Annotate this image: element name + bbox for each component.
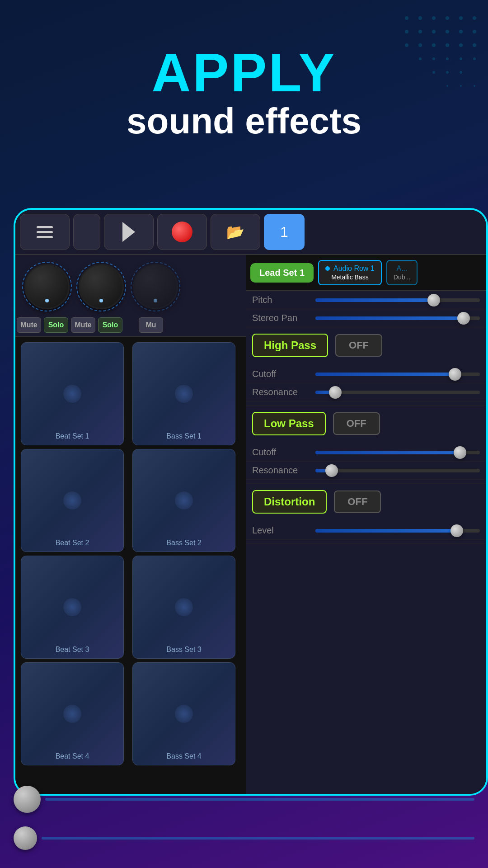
record-button[interactable] (157, 214, 207, 250)
high-pass-resonance-slider[interactable] (315, 391, 480, 394)
svg-point-6 (405, 30, 408, 33)
high-pass-button[interactable]: High Pass (252, 334, 328, 357)
stereo-pan-label: Stereo Pan (252, 313, 311, 323)
distortion-controls: Level (246, 520, 486, 543)
track-selector: Lead Set 1 Audio Row 1 Metallic Bass A..… (246, 255, 486, 291)
pad-bass-set-3[interactable]: Bass Set 3 (132, 556, 235, 659)
play-button[interactable] (104, 214, 154, 250)
folder-button[interactable]: 📂 (211, 214, 260, 250)
track-col-2: Mute Solo (70, 314, 124, 336)
high-pass-cutoff-thumb[interactable] (449, 368, 461, 381)
bottom-sliders (0, 786, 488, 850)
folder-icon: 📂 (226, 223, 244, 241)
svg-point-0 (405, 16, 408, 20)
knob-1-dot (45, 299, 49, 302)
knobs-row (15, 255, 246, 314)
pitch-slider[interactable] (315, 298, 480, 302)
pad-beat-set-1[interactable]: Beat Set 1 (21, 342, 124, 445)
high-pass-section: High Pass OFF Cutoff Resonance (246, 327, 486, 406)
low-pass-cutoff-thumb[interactable] (454, 446, 466, 459)
low-pass-cutoff-slider[interactable] (315, 451, 480, 454)
pad-beat-set-3[interactable]: Beat Set 3 (21, 556, 124, 659)
audio-row-1-sub: Metallic Bass (331, 274, 368, 281)
audio-row-dot (325, 266, 330, 271)
distortion-toggle[interactable]: OFF (334, 491, 381, 513)
stereo-pan-slider[interactable] (315, 316, 480, 320)
home-button[interactable]: 1 (264, 214, 305, 250)
title-apply: APPLY (9, 45, 479, 99)
svg-point-8 (432, 30, 436, 33)
high-pass-resonance-label: Resonance (252, 387, 311, 397)
stereo-pan-thumb[interactable] (457, 312, 470, 325)
low-pass-button[interactable]: Low Pass (252, 412, 326, 435)
high-pass-resonance-thumb[interactable] (329, 386, 342, 399)
pad-beat-set-4[interactable]: Beat Set 4 (21, 662, 124, 765)
distortion-section: Distortion OFF Level (246, 484, 486, 544)
bottom-slider-row-2 (14, 826, 474, 850)
low-pass-resonance-row: Resonance (246, 462, 486, 480)
low-pass-toggle[interactable]: OFF (333, 412, 380, 435)
mute-button-1[interactable]: Mute (17, 317, 41, 333)
pad-bass-set-4[interactable]: Bass Set 4 (132, 662, 235, 765)
effects-panel: Lead Set 1 Audio Row 1 Metallic Bass A..… (246, 255, 486, 794)
pitch-thumb[interactable] (427, 294, 440, 307)
distortion-level-label: Level (252, 525, 311, 536)
distortion-header: Distortion OFF (246, 484, 486, 520)
bottom-slider-row-1 (14, 786, 474, 813)
audio-row-1-button[interactable]: Audio Row 1 Metallic Bass (318, 260, 382, 285)
knob-2-container (79, 264, 124, 314)
bottom-slider-1-thumb[interactable] (14, 786, 41, 813)
knob-1-container (24, 264, 70, 314)
high-pass-cutoff-row: Cutoff (246, 365, 486, 383)
mute-button-3[interactable]: Mu (139, 317, 163, 333)
pad-bass-set-2-label: Bass Set 2 (166, 539, 201, 547)
audio-row-2-label: A... (396, 264, 407, 273)
pad-beat-set-4-label: Beat Set 4 (56, 752, 89, 760)
bottom-slider-2-track[interactable] (42, 837, 474, 840)
low-pass-resonance-slider[interactable] (315, 469, 480, 472)
low-pass-resonance-thumb[interactable] (325, 464, 338, 477)
solo-button-2[interactable]: Solo (98, 317, 122, 333)
unknown-button[interactable] (73, 214, 100, 250)
distortion-level-slider[interactable] (315, 529, 480, 533)
svg-point-5 (473, 16, 476, 20)
solo-button-1[interactable]: Solo (44, 317, 68, 333)
high-pass-cutoff-slider[interactable] (315, 373, 480, 376)
knob-2-dot (99, 299, 103, 302)
svg-point-9 (446, 30, 449, 33)
hamburger-icon (37, 226, 53, 238)
main-content: Mute Solo Mute Solo Mu (15, 255, 486, 794)
high-pass-toggle[interactable]: OFF (335, 334, 382, 357)
pad-beat-set-2[interactable]: Beat Set 2 (21, 449, 124, 552)
pad-beat-set-3-label: Beat Set 3 (56, 646, 89, 654)
distortion-level-thumb[interactable] (450, 524, 463, 537)
svg-point-3 (446, 16, 449, 20)
knob-2[interactable] (79, 264, 124, 309)
pad-bass-set-2[interactable]: Bass Set 2 (132, 449, 235, 552)
knob-3[interactable] (133, 264, 178, 309)
low-pass-section: Low Pass OFF Cutoff Resonance (246, 406, 486, 484)
audio-row-2-button[interactable]: A... Dub... (386, 260, 418, 285)
mute-button-2[interactable]: Mute (71, 317, 95, 333)
effects-area: Pitch Stereo Pan (246, 291, 486, 544)
pad-beat-set-2-label: Beat Set 2 (56, 539, 89, 547)
lead-set-button[interactable]: Lead Set 1 (250, 263, 314, 283)
menu-button[interactable] (20, 214, 70, 250)
track-col-1: Mute Solo (15, 314, 70, 336)
left-panel: Mute Solo Mute Solo Mu (15, 255, 246, 794)
app-mockup: 📂 1 (14, 208, 488, 796)
distortion-button[interactable]: Distortion (252, 490, 327, 514)
pitch-slider-row: Pitch (246, 291, 486, 309)
svg-point-1 (418, 16, 422, 20)
pad-bass-set-1-label: Bass Set 1 (166, 432, 201, 440)
svg-point-11 (473, 30, 476, 33)
high-pass-resonance-row: Resonance (246, 383, 486, 401)
pad-bass-set-1[interactable]: Bass Set 1 (132, 342, 235, 445)
stereo-pan-slider-row: Stereo Pan (246, 309, 486, 327)
svg-point-7 (418, 30, 422, 33)
audio-row-2-sub: Dub... (394, 274, 410, 281)
bottom-slider-1-track[interactable] (45, 798, 474, 801)
knob-1[interactable] (24, 264, 70, 309)
record-icon (172, 222, 192, 242)
bottom-slider-2-thumb[interactable] (14, 826, 37, 850)
